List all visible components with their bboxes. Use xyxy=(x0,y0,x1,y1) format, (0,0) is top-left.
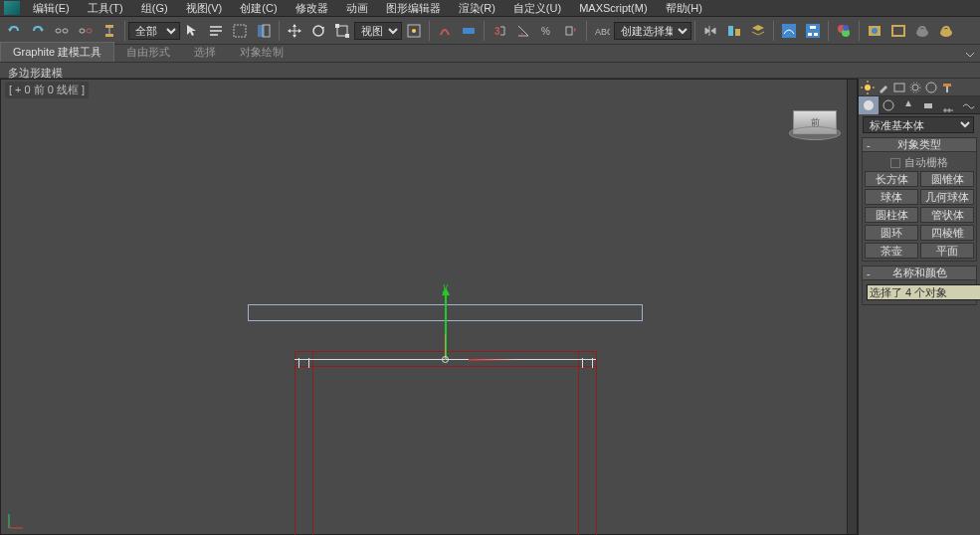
selection-filter-select[interactable]: 全部 xyxy=(128,22,180,40)
prim-cone-button[interactable]: 圆锥体 xyxy=(920,171,974,187)
material-editor-icon[interactable] xyxy=(833,20,855,42)
sun-icon[interactable] xyxy=(861,81,875,94)
menu-help[interactable]: 帮助(H) xyxy=(657,1,711,16)
gizmo-center-icon[interactable] xyxy=(442,356,449,363)
cmd-tab-helpers[interactable] xyxy=(938,96,958,114)
menu-custom[interactable]: 自定义(U) xyxy=(504,1,570,16)
cmd-tab-geometry[interactable] xyxy=(859,96,879,114)
prim-pyramid-button[interactable]: 四棱锥 xyxy=(920,225,974,241)
viewcube-ring-icon[interactable] xyxy=(789,126,841,140)
viewport-scrollbar[interactable] xyxy=(847,80,857,534)
cmd-tab-lights[interactable] xyxy=(898,96,918,114)
cmd-tab-shapes[interactable] xyxy=(879,96,898,114)
svg-rect-1 xyxy=(63,29,68,33)
ribbon-panel-label: 多边形建模 xyxy=(0,63,980,79)
cmd-tab-cameras[interactable] xyxy=(918,96,938,114)
spinner-snap-icon[interactable] xyxy=(560,20,582,42)
render-prod-icon[interactable] xyxy=(935,20,957,42)
prim-torus-button[interactable]: 圆环 xyxy=(865,225,918,241)
bind-icon[interactable] xyxy=(98,20,120,42)
percent-snap-icon[interactable]: % xyxy=(536,20,558,42)
prim-cylinder-button[interactable]: 圆柱体 xyxy=(865,207,918,223)
svg-rect-48 xyxy=(894,84,904,91)
render-icon[interactable] xyxy=(911,20,933,42)
mirror-icon[interactable] xyxy=(699,20,721,42)
render-frame-icon[interactable] xyxy=(887,20,909,42)
layers-icon[interactable] xyxy=(747,20,769,42)
util-icon[interactable] xyxy=(924,81,938,94)
link-icon[interactable] xyxy=(51,20,73,42)
ribbon-tab-select[interactable]: 选择 xyxy=(182,43,228,62)
svg-rect-38 xyxy=(892,26,904,36)
scene-object-line[interactable] xyxy=(294,366,596,367)
object-name-input[interactable] xyxy=(867,284,980,300)
select-icon[interactable] xyxy=(181,20,203,42)
prim-plane-button[interactable]: 平面 xyxy=(920,243,974,259)
window-crossing-icon[interactable] xyxy=(253,20,275,42)
hammer-icon[interactable] xyxy=(940,81,954,94)
named-sel-icon[interactable]: ABC xyxy=(591,20,613,42)
prim-tube-button[interactable]: 管状体 xyxy=(920,207,974,223)
unlink-icon[interactable] xyxy=(75,20,97,42)
cmd-tab-space[interactable] xyxy=(958,96,978,114)
svg-text:%: % xyxy=(541,26,550,37)
menu-modifier[interactable]: 修改器 xyxy=(287,1,337,16)
render-setup-icon[interactable] xyxy=(864,20,885,42)
menu-create[interactable]: 创建(C) xyxy=(231,1,286,16)
scene-object-line[interactable] xyxy=(294,351,295,535)
menu-tools[interactable]: 工具(T) xyxy=(79,1,132,16)
gizmo-x-axis-icon[interactable] xyxy=(469,359,518,361)
menu-grapheditor[interactable]: 图形编辑器 xyxy=(377,1,450,16)
prim-geosphere-button[interactable]: 几何球体 xyxy=(920,189,974,205)
scene-object-line[interactable] xyxy=(312,351,313,535)
ribbon-tab-graphite[interactable]: Graphite 建模工具 xyxy=(0,42,114,62)
undo-icon[interactable] xyxy=(3,20,25,42)
rollout-name-color: -名称和颜色 xyxy=(862,266,977,305)
brush-icon[interactable] xyxy=(877,81,890,94)
align-icon[interactable] xyxy=(723,20,745,42)
prim-teapot-button[interactable]: 茶壶 xyxy=(865,243,918,259)
primitive-category-select[interactable]: 标准基本体 xyxy=(863,116,974,133)
svg-rect-3 xyxy=(87,29,92,33)
rollout-header[interactable]: -对象类型 xyxy=(862,137,977,152)
move-icon[interactable] xyxy=(284,20,305,42)
viewport-label[interactable]: [ + 0 前 0 线框 ] xyxy=(5,82,89,98)
ribbon-tab-objpaint[interactable]: 对象绘制 xyxy=(228,43,295,62)
scene-object-line[interactable] xyxy=(596,351,597,535)
menu-group[interactable]: 组(G) xyxy=(132,1,177,16)
menu-view[interactable]: 视图(V) xyxy=(177,1,232,16)
pivot-icon[interactable] xyxy=(403,20,425,42)
rollout-header[interactable]: -名称和颜色 xyxy=(862,266,977,280)
autogrid-checkbox[interactable]: 自动栅格 xyxy=(865,154,974,171)
angle-snap-icon[interactable] xyxy=(512,20,534,42)
menu-render[interactable]: 渲染(R) xyxy=(450,1,504,16)
ribbon-expand-icon[interactable] xyxy=(961,48,979,62)
viewcube[interactable]: 前 xyxy=(793,104,837,148)
prim-sphere-button[interactable]: 球体 xyxy=(865,189,918,205)
schematic-icon[interactable] xyxy=(802,20,824,42)
svg-point-20 xyxy=(412,29,416,33)
named-sel-select[interactable]: 创建选择集 xyxy=(614,22,691,40)
select-region-icon[interactable] xyxy=(229,20,251,42)
prim-box-button[interactable]: 长方体 xyxy=(865,171,918,187)
svg-point-49 xyxy=(912,85,918,90)
scale-icon[interactable] xyxy=(331,20,353,42)
viewport-front[interactable]: [ + 0 前 0 线框 ] 前 y xyxy=(0,79,858,535)
scene-object-line[interactable] xyxy=(578,351,579,535)
gear-icon[interactable] xyxy=(908,81,922,94)
display-icon[interactable] xyxy=(892,81,906,94)
ribbon-tab-freeform[interactable]: 自由形式 xyxy=(114,43,182,62)
redo-icon[interactable] xyxy=(27,20,49,42)
select-name-icon[interactable] xyxy=(205,20,227,42)
app-logo-icon xyxy=(4,1,20,15)
ref-coord-select[interactable]: 视图 xyxy=(354,22,402,40)
keymode-icon[interactable] xyxy=(458,20,480,42)
menu-maxscript[interactable]: MAXScript(M) xyxy=(570,2,656,14)
menu-edit[interactable]: 编辑(E) xyxy=(24,1,79,16)
menu-anim[interactable]: 动画 xyxy=(337,1,377,16)
separator-icon xyxy=(773,21,774,41)
snap-icon[interactable]: 3 xyxy=(489,20,510,42)
curve-editor-icon[interactable] xyxy=(778,20,800,42)
rotate-icon[interactable] xyxy=(307,20,329,42)
manipulate-icon[interactable] xyxy=(434,20,456,42)
